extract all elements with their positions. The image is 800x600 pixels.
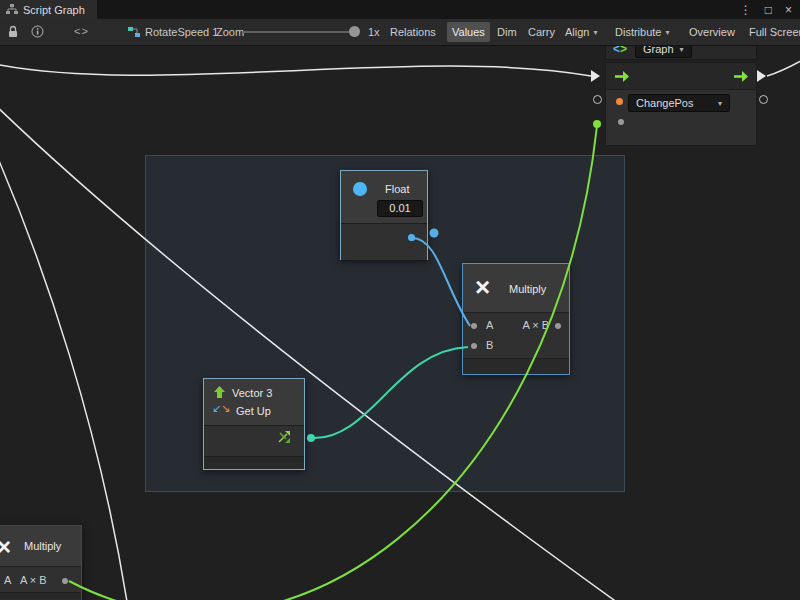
zoom-slider-handle[interactable]: [349, 26, 360, 37]
control-output-arrow-icon[interactable]: [733, 70, 749, 83]
maximize-icon[interactable]: □: [765, 3, 772, 17]
toolbar-button-distribute[interactable]: Distribute ▾: [610, 22, 674, 42]
float-node-body: [341, 223, 427, 260]
event-name-label: ChangePos: [636, 97, 694, 109]
script-graph-icon: [6, 4, 18, 15]
multiply2-output-port[interactable]: [62, 578, 68, 584]
node-multiply-partial[interactable]: × Multiply A A × B: [0, 525, 82, 600]
vector3-up-arrow-icon: [213, 385, 226, 399]
event-value-port[interactable]: [616, 98, 623, 105]
multiply-output-label: A × B: [522, 319, 549, 331]
multiply-icon: ×: [475, 274, 490, 300]
zoom-value: 1x: [368, 26, 380, 38]
control-in-wire-arrowhead: [591, 70, 600, 82]
transform-arrow-downright-icon: ↘: [221, 402, 230, 415]
toolbar-button-align[interactable]: Align ▾: [560, 22, 602, 42]
info-icon[interactable]: [31, 25, 44, 38]
event-extra-port[interactable]: [618, 119, 624, 125]
chevron-down-icon: ▾: [593, 28, 597, 37]
multiply-node-body: [463, 312, 569, 359]
event-name-dropdown[interactable]: ChangePos ▾: [628, 94, 730, 112]
zoom-label: Zoom: [216, 26, 244, 38]
toolbar-button-overview[interactable]: Overview: [684, 22, 740, 42]
multiply-output-port[interactable]: [555, 323, 561, 329]
vector3-type-label: Vector 3: [232, 387, 272, 399]
toolbar: <> RotateSpeed 1 Zoom 1x Relations Value…: [0, 19, 800, 46]
toolbar-button-values[interactable]: Values: [447, 22, 490, 42]
node-float[interactable]: Float 0.01: [340, 170, 428, 260]
transform-arrow-downleft-icon: ↙: [212, 402, 221, 415]
multiply-input-b-label: B: [486, 339, 493, 351]
multiply-input-b-port[interactable]: [471, 343, 477, 349]
multiply-node-title: Multiply: [509, 283, 546, 295]
node-custom-event[interactable]: ChangePos ▾: [605, 62, 757, 146]
chevron-down-icon: ▾: [718, 99, 722, 108]
float-node-title: Float: [385, 183, 409, 195]
tab-title: Script Graph: [23, 4, 85, 16]
multiply2-icon: ×: [0, 535, 11, 559]
lock-icon[interactable]: [7, 25, 19, 38]
getup-node-footer: [204, 456, 304, 469]
multiply-node-footer: [463, 358, 569, 374]
node-multiply[interactable]: × Multiply A A × B B: [462, 263, 570, 375]
multiply2-input-a-label: A: [4, 574, 11, 586]
float-value-input[interactable]: 0.01: [377, 200, 423, 217]
multiply2-node-footer: [0, 592, 81, 600]
vector3-output-port-icon[interactable]: [276, 429, 292, 445]
graph-reference-label: RotateSpeed 1: [145, 26, 218, 38]
toolbar-button-relations[interactable]: Relations: [385, 22, 441, 42]
unconnected-port-circle-left[interactable]: [593, 95, 602, 104]
toolbar-button-carry[interactable]: Carry: [523, 22, 560, 42]
float-type-icon: [353, 182, 367, 196]
toolbar-button-fullscreen[interactable]: Full Screen: [744, 22, 800, 42]
script-graph-window: Float 0.01 × Multiply A A × B B Vector 3…: [0, 0, 800, 600]
float-output-port[interactable]: [408, 234, 415, 241]
close-icon[interactable]: ×: [785, 3, 792, 17]
unconnected-port-circle-right[interactable]: [759, 95, 768, 104]
multiply2-node-title: Multiply: [24, 540, 61, 552]
zoom-slider[interactable]: [243, 31, 359, 33]
kebab-menu-icon[interactable]: ⋮: [740, 3, 752, 17]
node-vector3-getup[interactable]: Vector 3 ↙ ↘ Get Up: [203, 378, 305, 470]
window-tab[interactable]: Script Graph: [0, 0, 97, 19]
graph-asset-icon: [128, 26, 140, 38]
toolbar-button-dim[interactable]: Dim: [492, 22, 522, 42]
chevron-down-icon: ▾: [665, 28, 669, 37]
title-bar: Script Graph ⋮ □ ×: [0, 0, 800, 19]
multiply-input-a-label: A: [486, 319, 493, 331]
graph-reference[interactable]: RotateSpeed 1: [128, 24, 218, 40]
code-icon[interactable]: <>: [74, 25, 89, 37]
multiply-input-a-port[interactable]: [471, 323, 477, 329]
getup-action-label: Get Up: [236, 405, 271, 417]
control-out-wire-arrowhead: [757, 70, 766, 82]
control-input-arrow-icon[interactable]: [614, 70, 630, 83]
multiply2-output-label: A × B: [20, 574, 47, 586]
